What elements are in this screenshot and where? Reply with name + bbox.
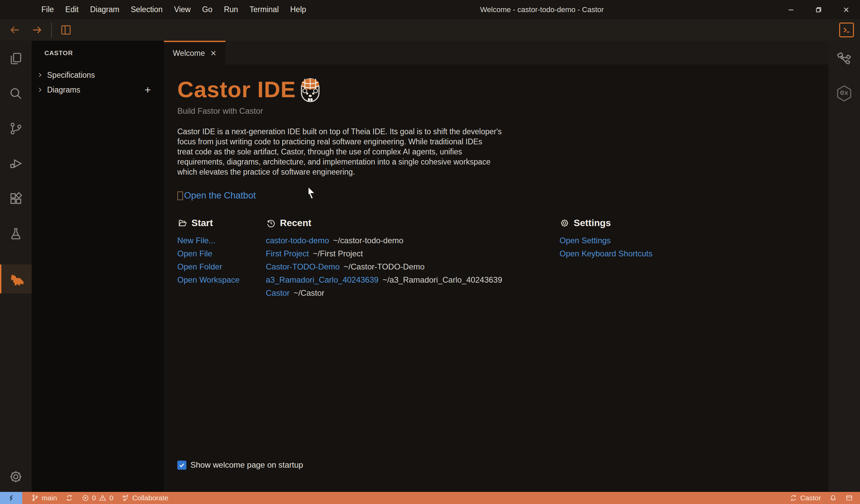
- tree-item-label: Diagrams: [47, 85, 80, 95]
- close-button[interactable]: [832, 0, 860, 19]
- menu-terminal[interactable]: Terminal: [244, 0, 285, 19]
- sidebar-item-specifications[interactable]: Specifications: [32, 68, 164, 83]
- status-bar: main 0 0 Collaborate Castor: [0, 492, 860, 504]
- window-controls: [777, 0, 860, 19]
- branch-indicator[interactable]: main: [27, 492, 61, 504]
- manage-button[interactable]: [0, 469, 32, 485]
- start-section: Start New File... Open File Open Folder …: [177, 216, 266, 300]
- open-settings-link[interactable]: Open Settings: [560, 236, 611, 245]
- sync-icon: [789, 494, 798, 502]
- restore-icon: [815, 6, 823, 14]
- menu-file[interactable]: File: [36, 0, 60, 19]
- recent-item: Castor ~/Castor: [266, 286, 560, 300]
- open-keyboard-shortcuts-link[interactable]: Open Keyboard Shortcuts: [560, 249, 653, 258]
- remote-indicator[interactable]: [0, 492, 22, 504]
- sidebar-item-explorer[interactable]: [0, 48, 32, 69]
- right-activity-bar: 0x: [828, 41, 860, 492]
- error-count: 0: [92, 494, 96, 502]
- back-icon[interactable]: [8, 23, 22, 37]
- new-file-link[interactable]: New File...: [177, 236, 215, 245]
- forward-icon[interactable]: [30, 23, 44, 37]
- hex-tool-button[interactable]: 0x: [835, 84, 853, 103]
- layout-icon: [845, 494, 853, 502]
- recent-workspace-link[interactable]: Castor-TODO-Demo: [266, 262, 340, 272]
- tab-label: Welcome: [173, 49, 205, 58]
- description-line: treat code as the sole artifact, Castor,…: [177, 147, 828, 157]
- settings-header: Settings: [574, 218, 611, 228]
- open-folder-link[interactable]: Open Folder: [177, 262, 222, 272]
- menu-go[interactable]: Go: [197, 0, 218, 19]
- recent-item: Castor-TODO-Demo ~/Castor-TODO-Demo: [266, 260, 560, 273]
- test-flask-icon: [8, 226, 24, 241]
- toggle-panel-button[interactable]: [841, 492, 857, 504]
- page-subtitle: Build Fastor with Castor: [177, 106, 828, 116]
- split-editor-icon[interactable]: [59, 23, 73, 37]
- menu-diagram[interactable]: Diagram: [84, 0, 125, 19]
- files-icon: [8, 51, 24, 66]
- recent-workspace-link[interactable]: Castor: [266, 288, 290, 298]
- recent-workspace-link[interactable]: a3_Ramadori_Carlo_40243639: [266, 275, 378, 285]
- history-icon: [266, 218, 276, 228]
- startup-checkbox-label: Show welcome page on startup: [190, 460, 303, 470]
- castor-panel: CASTOR Specifications Diagrams +: [32, 41, 164, 492]
- menu-selection[interactable]: Selection: [125, 0, 169, 19]
- restore-button[interactable]: [805, 0, 832, 19]
- activity-bar: [0, 41, 32, 492]
- minimize-icon: [787, 6, 795, 14]
- folder-open-icon: [177, 218, 187, 228]
- terminal-button[interactable]: [839, 23, 854, 37]
- sync-icon: [65, 494, 73, 502]
- recent-workspace-path: ~/Castor: [294, 288, 324, 298]
- warning-icon: [99, 494, 107, 502]
- notifications-button[interactable]: [825, 492, 841, 504]
- terminal-icon: [842, 25, 851, 35]
- add-diagram-button[interactable]: +: [142, 84, 154, 95]
- open-workspace-link[interactable]: Open Workspace: [177, 275, 240, 285]
- window-title: Welcome - castor-todo-demo - Castor: [480, 0, 604, 19]
- collaborate-label: Collaborate: [132, 494, 168, 502]
- description-line: focus from just writing code to practici…: [177, 136, 828, 147]
- tab-close-icon[interactable]: ✕: [210, 50, 216, 57]
- menu-run[interactable]: Run: [218, 0, 244, 19]
- sidebar-item-extensions[interactable]: [0, 188, 32, 208]
- collaborate-button[interactable]: Collaborate: [117, 492, 172, 504]
- node-graph-icon: [835, 49, 853, 67]
- open-file-link[interactable]: Open File: [177, 249, 212, 258]
- recent-workspace-path: ~/a3_Ramadori_Carlo_40243639: [383, 275, 502, 285]
- sidebar-item-run-debug[interactable]: [0, 154, 32, 174]
- tab-bar: Welcome ✕: [164, 41, 828, 64]
- sidebar-item-diagrams[interactable]: Diagrams +: [32, 83, 164, 97]
- sidebar-item-search[interactable]: [0, 84, 32, 104]
- minimize-button[interactable]: [777, 0, 805, 19]
- remote-icon: [7, 493, 15, 502]
- missing-glyph-icon: [177, 191, 183, 200]
- recent-workspace-path: ~/First Project: [313, 249, 363, 258]
- sidebar-item-testing[interactable]: [0, 224, 32, 244]
- recent-item: castor-todo-demo ~/castor-todo-demo: [266, 234, 560, 247]
- tab-welcome[interactable]: Welcome ✕: [164, 41, 226, 64]
- startup-checkbox[interactable]: [177, 461, 186, 470]
- recent-workspace-link[interactable]: castor-todo-demo: [266, 236, 329, 245]
- settings-section: Settings Open Settings Open Keyboard Sho…: [560, 216, 653, 300]
- open-chatbot-link[interactable]: Open the Chatbot: [184, 190, 256, 201]
- recent-workspace-link[interactable]: First Project: [266, 249, 309, 258]
- castor-status-button[interactable]: Castor: [785, 492, 825, 504]
- menu-edit[interactable]: Edit: [60, 0, 84, 19]
- menu-help[interactable]: Help: [285, 0, 312, 19]
- menu-view[interactable]: View: [168, 0, 196, 19]
- tree-item-label: Specifications: [47, 71, 95, 80]
- sync-button[interactable]: [61, 492, 77, 504]
- hex-badge-label: 0x: [835, 89, 853, 97]
- sidebar-item-source-control[interactable]: [0, 118, 32, 139]
- editor-group: Welcome ✕ Castor IDE Build: [164, 41, 828, 492]
- recent-section: Recent castor-todo-demo ~/castor-todo-de…: [266, 216, 560, 300]
- sidebar-item-castor[interactable]: [0, 264, 32, 293]
- problems-indicator[interactable]: 0 0: [77, 492, 117, 504]
- castor-status-label: Castor: [800, 494, 821, 502]
- diagram-graph-button[interactable]: [835, 49, 853, 67]
- recent-item: a3_Ramadori_Carlo_40243639 ~/a3_Ramadori…: [266, 273, 560, 286]
- description-line: Castor IDE is a next-generation IDE buil…: [177, 127, 828, 136]
- description-line: requirements, diagrams, architecture, an…: [177, 157, 828, 167]
- close-icon: [842, 6, 850, 14]
- search-icon: [8, 86, 24, 101]
